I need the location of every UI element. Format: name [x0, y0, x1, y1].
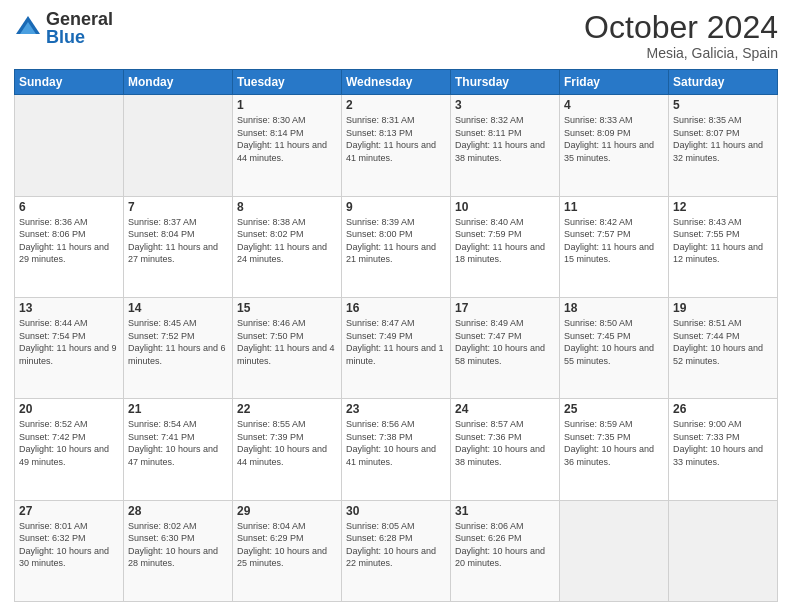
calendar-day-cell: 23Sunrise: 8:56 AMSunset: 7:38 PMDayligh…	[342, 399, 451, 500]
weekday-header: Friday	[560, 70, 669, 95]
weekday-header: Sunday	[15, 70, 124, 95]
calendar-day-cell: 13Sunrise: 8:44 AMSunset: 7:54 PMDayligh…	[15, 297, 124, 398]
day-info: Sunrise: 8:37 AMSunset: 8:04 PMDaylight:…	[128, 216, 228, 266]
calendar-day-cell	[560, 500, 669, 601]
calendar-day-cell: 28Sunrise: 8:02 AMSunset: 6:30 PMDayligh…	[124, 500, 233, 601]
logo-icon	[14, 14, 42, 42]
day-number: 13	[19, 301, 119, 315]
day-number: 24	[455, 402, 555, 416]
calendar-day-cell: 19Sunrise: 8:51 AMSunset: 7:44 PMDayligh…	[669, 297, 778, 398]
day-number: 18	[564, 301, 664, 315]
calendar-week-row: 1Sunrise: 8:30 AMSunset: 8:14 PMDaylight…	[15, 95, 778, 196]
day-number: 6	[19, 200, 119, 214]
header: General Blue October 2024 Mesia, Galicia…	[14, 10, 778, 61]
day-info: Sunrise: 8:42 AMSunset: 7:57 PMDaylight:…	[564, 216, 664, 266]
calendar-day-cell: 21Sunrise: 8:54 AMSunset: 7:41 PMDayligh…	[124, 399, 233, 500]
calendar-day-cell: 14Sunrise: 8:45 AMSunset: 7:52 PMDayligh…	[124, 297, 233, 398]
day-info: Sunrise: 8:31 AMSunset: 8:13 PMDaylight:…	[346, 114, 446, 164]
calendar-week-row: 27Sunrise: 8:01 AMSunset: 6:32 PMDayligh…	[15, 500, 778, 601]
day-number: 2	[346, 98, 446, 112]
day-number: 28	[128, 504, 228, 518]
day-number: 26	[673, 402, 773, 416]
day-info: Sunrise: 8:57 AMSunset: 7:36 PMDaylight:…	[455, 418, 555, 468]
day-info: Sunrise: 8:06 AMSunset: 6:26 PMDaylight:…	[455, 520, 555, 570]
calendar-day-cell: 1Sunrise: 8:30 AMSunset: 8:14 PMDaylight…	[233, 95, 342, 196]
month-title: October 2024	[584, 10, 778, 45]
day-number: 9	[346, 200, 446, 214]
day-number: 12	[673, 200, 773, 214]
day-info: Sunrise: 8:05 AMSunset: 6:28 PMDaylight:…	[346, 520, 446, 570]
calendar-day-cell: 11Sunrise: 8:42 AMSunset: 7:57 PMDayligh…	[560, 196, 669, 297]
calendar-day-cell: 3Sunrise: 8:32 AMSunset: 8:11 PMDaylight…	[451, 95, 560, 196]
day-number: 15	[237, 301, 337, 315]
day-number: 21	[128, 402, 228, 416]
calendar-day-cell: 27Sunrise: 8:01 AMSunset: 6:32 PMDayligh…	[15, 500, 124, 601]
day-number: 1	[237, 98, 337, 112]
calendar-day-cell: 10Sunrise: 8:40 AMSunset: 7:59 PMDayligh…	[451, 196, 560, 297]
logo: General Blue	[14, 10, 113, 46]
logo-general-text: General	[46, 10, 113, 28]
calendar-day-cell: 7Sunrise: 8:37 AMSunset: 8:04 PMDaylight…	[124, 196, 233, 297]
day-number: 29	[237, 504, 337, 518]
day-number: 7	[128, 200, 228, 214]
day-info: Sunrise: 8:01 AMSunset: 6:32 PMDaylight:…	[19, 520, 119, 570]
day-info: Sunrise: 8:59 AMSunset: 7:35 PMDaylight:…	[564, 418, 664, 468]
calendar-header-row: SundayMondayTuesdayWednesdayThursdayFrid…	[15, 70, 778, 95]
weekday-header: Monday	[124, 70, 233, 95]
day-info: Sunrise: 8:38 AMSunset: 8:02 PMDaylight:…	[237, 216, 337, 266]
calendar-day-cell: 30Sunrise: 8:05 AMSunset: 6:28 PMDayligh…	[342, 500, 451, 601]
calendar-day-cell	[669, 500, 778, 601]
day-info: Sunrise: 8:45 AMSunset: 7:52 PMDaylight:…	[128, 317, 228, 367]
calendar-week-row: 20Sunrise: 8:52 AMSunset: 7:42 PMDayligh…	[15, 399, 778, 500]
day-info: Sunrise: 8:39 AMSunset: 8:00 PMDaylight:…	[346, 216, 446, 266]
day-number: 20	[19, 402, 119, 416]
calendar-day-cell: 20Sunrise: 8:52 AMSunset: 7:42 PMDayligh…	[15, 399, 124, 500]
day-info: Sunrise: 9:00 AMSunset: 7:33 PMDaylight:…	[673, 418, 773, 468]
day-info: Sunrise: 8:46 AMSunset: 7:50 PMDaylight:…	[237, 317, 337, 367]
day-info: Sunrise: 8:40 AMSunset: 7:59 PMDaylight:…	[455, 216, 555, 266]
weekday-header: Tuesday	[233, 70, 342, 95]
calendar-day-cell: 8Sunrise: 8:38 AMSunset: 8:02 PMDaylight…	[233, 196, 342, 297]
calendar-week-row: 6Sunrise: 8:36 AMSunset: 8:06 PMDaylight…	[15, 196, 778, 297]
calendar-table: SundayMondayTuesdayWednesdayThursdayFrid…	[14, 69, 778, 602]
logo-text: General Blue	[46, 10, 113, 46]
day-number: 17	[455, 301, 555, 315]
day-number: 4	[564, 98, 664, 112]
day-number: 30	[346, 504, 446, 518]
calendar-day-cell: 25Sunrise: 8:59 AMSunset: 7:35 PMDayligh…	[560, 399, 669, 500]
calendar-day-cell	[15, 95, 124, 196]
calendar-day-cell: 16Sunrise: 8:47 AMSunset: 7:49 PMDayligh…	[342, 297, 451, 398]
day-info: Sunrise: 8:51 AMSunset: 7:44 PMDaylight:…	[673, 317, 773, 367]
day-number: 27	[19, 504, 119, 518]
day-number: 19	[673, 301, 773, 315]
day-number: 16	[346, 301, 446, 315]
day-number: 11	[564, 200, 664, 214]
day-info: Sunrise: 8:44 AMSunset: 7:54 PMDaylight:…	[19, 317, 119, 367]
calendar-day-cell: 5Sunrise: 8:35 AMSunset: 8:07 PMDaylight…	[669, 95, 778, 196]
day-info: Sunrise: 8:30 AMSunset: 8:14 PMDaylight:…	[237, 114, 337, 164]
calendar-day-cell: 2Sunrise: 8:31 AMSunset: 8:13 PMDaylight…	[342, 95, 451, 196]
day-info: Sunrise: 8:49 AMSunset: 7:47 PMDaylight:…	[455, 317, 555, 367]
day-number: 8	[237, 200, 337, 214]
calendar-day-cell: 22Sunrise: 8:55 AMSunset: 7:39 PMDayligh…	[233, 399, 342, 500]
day-number: 31	[455, 504, 555, 518]
weekday-header: Saturday	[669, 70, 778, 95]
day-info: Sunrise: 8:55 AMSunset: 7:39 PMDaylight:…	[237, 418, 337, 468]
day-number: 23	[346, 402, 446, 416]
calendar-day-cell: 15Sunrise: 8:46 AMSunset: 7:50 PMDayligh…	[233, 297, 342, 398]
day-info: Sunrise: 8:50 AMSunset: 7:45 PMDaylight:…	[564, 317, 664, 367]
day-info: Sunrise: 8:32 AMSunset: 8:11 PMDaylight:…	[455, 114, 555, 164]
calendar-week-row: 13Sunrise: 8:44 AMSunset: 7:54 PMDayligh…	[15, 297, 778, 398]
calendar-day-cell: 31Sunrise: 8:06 AMSunset: 6:26 PMDayligh…	[451, 500, 560, 601]
calendar-day-cell: 29Sunrise: 8:04 AMSunset: 6:29 PMDayligh…	[233, 500, 342, 601]
weekday-header: Wednesday	[342, 70, 451, 95]
calendar-day-cell: 17Sunrise: 8:49 AMSunset: 7:47 PMDayligh…	[451, 297, 560, 398]
calendar-day-cell: 9Sunrise: 8:39 AMSunset: 8:00 PMDaylight…	[342, 196, 451, 297]
weekday-header: Thursday	[451, 70, 560, 95]
day-number: 10	[455, 200, 555, 214]
day-info: Sunrise: 8:56 AMSunset: 7:38 PMDaylight:…	[346, 418, 446, 468]
calendar-day-cell	[124, 95, 233, 196]
calendar-day-cell: 12Sunrise: 8:43 AMSunset: 7:55 PMDayligh…	[669, 196, 778, 297]
day-info: Sunrise: 8:43 AMSunset: 7:55 PMDaylight:…	[673, 216, 773, 266]
calendar-day-cell: 6Sunrise: 8:36 AMSunset: 8:06 PMDaylight…	[15, 196, 124, 297]
